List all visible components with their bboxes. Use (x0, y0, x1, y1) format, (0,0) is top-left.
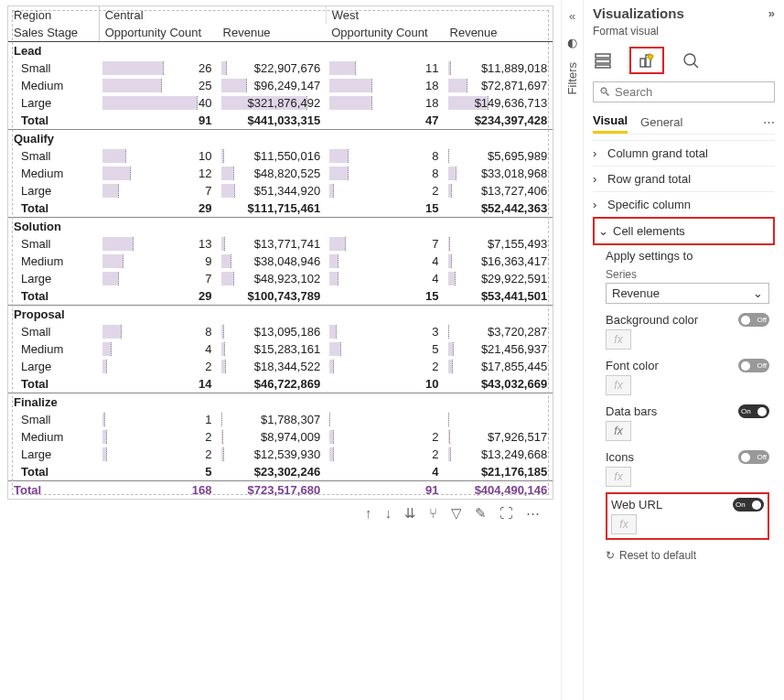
table-group-header[interactable]: Solution (8, 218, 553, 236)
format-visual-icon[interactable] (637, 50, 657, 70)
table-cell[interactable]: 2 (326, 428, 444, 446)
table-cell[interactable]: 1 (99, 411, 217, 428)
section-column-grand-total[interactable]: ›Column grand total (593, 140, 775, 166)
filter-icon[interactable]: ▽ (451, 505, 462, 521)
analytics-icon[interactable] (681, 50, 701, 70)
table-row[interactable]: Large7$48,923,1024$29,922,591 (8, 270, 553, 287)
bg-color-toggle[interactable]: Off (738, 313, 769, 327)
table-cell[interactable]: 12 (99, 165, 217, 182)
table-cell[interactable]: $12,539,930 (218, 446, 327, 463)
col-central[interactable]: Central (99, 6, 326, 24)
data-bars-toggle[interactable]: On (738, 404, 769, 418)
icons-toggle[interactable]: Off (738, 450, 769, 464)
table-row[interactable]: Medium9$38,048,9464$16,363,417 (8, 253, 553, 270)
table-cell[interactable]: 11 (326, 59, 444, 77)
table-cell[interactable]: $13,727,406 (445, 182, 553, 199)
table-cell[interactable]: 7 (99, 270, 217, 287)
table-cell[interactable]: $8,974,009 (218, 428, 327, 446)
table-cell[interactable]: 25 (99, 77, 217, 94)
table-cell[interactable]: $38,048,946 (218, 253, 327, 270)
table-cell[interactable]: 4 (326, 270, 444, 287)
more-icon[interactable]: ⋯ (526, 505, 540, 521)
table-cell[interactable]: $13,095,186 (218, 323, 327, 340)
tab-visual[interactable]: Visual (593, 110, 628, 134)
table-cell[interactable]: $48,923,102 (218, 270, 327, 287)
table-cell[interactable]: $7,155,493 (445, 235, 553, 253)
table-cell[interactable]: $11,550,016 (218, 147, 327, 165)
drillup-icon[interactable]: ↑ (365, 505, 372, 521)
filter-pane-icon[interactable]: ◐ (567, 36, 577, 49)
table-cell[interactable]: 3 (326, 323, 444, 340)
table-cell[interactable] (326, 411, 444, 428)
table-row[interactable]: Small13$13,771,7417$7,155,493 (8, 235, 553, 253)
table-cell[interactable]: $51,344,920 (218, 182, 327, 199)
reset-to-default[interactable]: ↻ Reset to default (606, 549, 769, 562)
table-cell[interactable]: $29,922,591 (445, 270, 553, 287)
table-cell[interactable]: $15,283,161 (218, 340, 327, 358)
table-row[interactable]: Large2$12,539,9302$13,249,668 (8, 446, 553, 463)
data-bars-fx-button[interactable]: fx (606, 421, 631, 441)
table-cell[interactable]: 9 (99, 253, 217, 270)
table-group-header[interactable]: Finalize (8, 393, 553, 412)
table-cell[interactable]: 2 (326, 446, 444, 463)
table-group-header[interactable]: Qualify (8, 130, 553, 148)
matrix-visual[interactable]: Region Central West Sales Stage Opportun… (7, 5, 553, 500)
table-cell[interactable]: $13,771,741 (218, 235, 327, 253)
table-cell[interactable]: 8 (326, 147, 444, 165)
table-cell[interactable]: 18 (326, 94, 444, 112)
filters-label[interactable]: Filters (565, 62, 579, 94)
table-cell[interactable] (445, 411, 553, 428)
table-cell[interactable]: $22,907,676 (218, 59, 327, 77)
table-cell[interactable]: 7 (326, 235, 444, 253)
table-cell[interactable]: 8 (99, 323, 217, 340)
table-grand-total[interactable]: Total168$723,517,68091$404,490,146 (8, 481, 553, 500)
weburl-toggle[interactable]: On (733, 498, 764, 512)
table-cell[interactable]: 2 (99, 358, 217, 375)
table-cell[interactable]: $3,720,287 (445, 323, 553, 340)
table-cell[interactable]: $321,876,492 (218, 94, 327, 112)
table-cell[interactable]: $11,889,018 (445, 59, 553, 77)
table-subtotal[interactable]: Total91$441,033,31547$234,397,428 (8, 112, 553, 130)
section-row-grand-total[interactable]: ›Row grand total (593, 166, 775, 191)
spotlight-icon[interactable]: ✎ (475, 505, 487, 521)
table-row[interactable]: Large2$18,344,5222$17,855,445 (8, 358, 553, 375)
search-field[interactable] (615, 85, 768, 99)
expand-down-icon[interactable]: ⇊ (404, 505, 416, 521)
table-row[interactable]: Medium12$48,820,5258$33,018,968 (8, 165, 553, 182)
table-cell[interactable]: 2 (326, 182, 444, 199)
table-cell[interactable]: $5,695,989 (445, 147, 553, 165)
tab-general[interactable]: General (640, 112, 682, 133)
table-cell[interactable]: $18,344,522 (218, 358, 327, 375)
col-rev-west[interactable]: Revenue (445, 24, 553, 42)
icons-fx-button[interactable]: fx (606, 467, 631, 487)
table-row[interactable]: Small1$1,788,307 (8, 411, 553, 428)
build-visual-icon[interactable] (593, 50, 613, 70)
bg-color-fx-button[interactable]: fx (606, 329, 631, 350)
table-row[interactable]: Medium25$96,249,14718$72,871,697 (8, 77, 553, 94)
series-dropdown[interactable]: Revenue ⌄ (606, 283, 769, 304)
table-cell[interactable]: 4 (99, 340, 217, 358)
table-cell[interactable]: $17,855,445 (445, 358, 553, 375)
table-cell[interactable]: 7 (99, 182, 217, 199)
table-row[interactable]: Small26$22,907,67611$11,889,018 (8, 59, 553, 77)
drilldown-icon[interactable]: ↓ (385, 505, 392, 521)
col-region[interactable]: Region (8, 6, 99, 24)
weburl-fx-button[interactable]: fx (611, 514, 637, 534)
table-cell[interactable]: $33,018,968 (445, 165, 553, 182)
section-specific-column[interactable]: ›Specific column (593, 191, 775, 217)
table-cell[interactable]: 40 (99, 94, 217, 112)
table-cell[interactable]: 10 (99, 147, 217, 165)
table-cell[interactable]: 8 (326, 165, 444, 182)
table-subtotal[interactable]: Total29$100,743,78915$53,441,501 (8, 287, 553, 306)
table-row[interactable]: Medium2$8,974,0092$7,926,517 (8, 428, 553, 446)
table-subtotal[interactable]: Total14$46,722,86910$43,032,669 (8, 375, 553, 393)
table-cell[interactable]: $7,926,517 (445, 428, 553, 446)
table-cell[interactable]: $96,249,147 (218, 77, 327, 94)
table-subtotal[interactable]: Total5$23,302,2464$21,176,185 (8, 463, 553, 481)
expand-icon[interactable]: » (768, 6, 775, 20)
table-cell[interactable]: $1,788,307 (218, 411, 327, 428)
table-group-header[interactable]: Proposal (8, 306, 553, 324)
table-group-header[interactable]: Lead (8, 42, 553, 60)
table-cell[interactable]: $48,820,525 (218, 165, 327, 182)
filters-rail[interactable]: « ◐ Filters (561, 0, 583, 700)
